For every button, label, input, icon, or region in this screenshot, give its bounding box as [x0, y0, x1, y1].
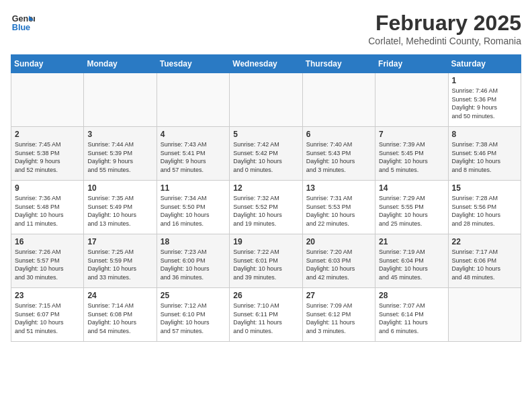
calendar-cell: [230, 73, 302, 127]
day-info: Sunrise: 7:40 AM Sunset: 5:43 PM Dayligh…: [306, 140, 371, 174]
day-info: Sunrise: 7:42 AM Sunset: 5:42 PM Dayligh…: [233, 140, 298, 174]
day-number: 27: [306, 291, 371, 300]
calendar-week-row: 16Sunrise: 7:26 AM Sunset: 5:57 PM Dayli…: [11, 234, 521, 288]
day-info: Sunrise: 7:25 AM Sunset: 5:59 PM Dayligh…: [87, 248, 152, 281]
day-info: Sunrise: 7:29 AM Sunset: 5:55 PM Dayligh…: [379, 194, 444, 228]
calendar-cell: 12Sunrise: 7:32 AM Sunset: 5:52 PM Dayli…: [230, 181, 302, 234]
day-number: 18: [161, 237, 226, 246]
day-number: 15: [452, 183, 517, 193]
day-info: Sunrise: 7:26 AM Sunset: 5:57 PM Dayligh…: [15, 248, 80, 281]
calendar-cell: 28Sunrise: 7:07 AM Sunset: 6:14 PM Dayli…: [375, 288, 448, 342]
day-info: Sunrise: 7:38 AM Sunset: 5:46 PM Dayligh…: [452, 140, 517, 174]
calendar-cell: 16Sunrise: 7:26 AM Sunset: 5:57 PM Dayli…: [11, 234, 84, 288]
day-number: 16: [15, 237, 80, 246]
calendar-cell: 8Sunrise: 7:38 AM Sunset: 5:46 PM Daylig…: [448, 127, 521, 181]
day-number: 7: [379, 130, 444, 139]
day-info: Sunrise: 7:39 AM Sunset: 5:45 PM Dayligh…: [379, 140, 444, 174]
calendar-cell: 18Sunrise: 7:23 AM Sunset: 6:00 PM Dayli…: [157, 234, 229, 288]
title-block: February 2025 Corlatel, Mehedinti County…: [368, 11, 521, 46]
day-info: Sunrise: 7:44 AM Sunset: 5:39 PM Dayligh…: [87, 140, 152, 174]
calendar-cell: 11Sunrise: 7:34 AM Sunset: 5:50 PM Dayli…: [157, 181, 229, 234]
day-info: Sunrise: 7:19 AM Sunset: 6:04 PM Dayligh…: [379, 248, 444, 281]
page-header: General Blue February 2025 Corlatel, Meh…: [11, 11, 521, 46]
day-number: 24: [87, 291, 152, 300]
calendar-cell: 17Sunrise: 7:25 AM Sunset: 5:59 PM Dayli…: [84, 234, 157, 288]
weekday-header: Saturday: [448, 55, 521, 73]
day-info: Sunrise: 7:20 AM Sunset: 6:03 PM Dayligh…: [306, 248, 371, 281]
weekday-header: Friday: [375, 55, 448, 73]
calendar-cell: 14Sunrise: 7:29 AM Sunset: 5:55 PM Dayli…: [375, 181, 448, 234]
day-info: Sunrise: 7:07 AM Sunset: 6:14 PM Dayligh…: [379, 302, 444, 335]
calendar-cell: 5Sunrise: 7:42 AM Sunset: 5:42 PM Daylig…: [230, 127, 302, 181]
svg-text:Blue: Blue: [12, 23, 30, 32]
day-number: 25: [161, 291, 226, 300]
calendar-cell: 10Sunrise: 7:35 AM Sunset: 5:49 PM Dayli…: [84, 181, 157, 234]
weekday-header: Wednesday: [230, 55, 302, 73]
calendar-table: SundayMondayTuesdayWednesdayThursdayFrid…: [11, 54, 521, 342]
day-info: Sunrise: 7:23 AM Sunset: 6:00 PM Dayligh…: [161, 248, 226, 281]
calendar-cell: 19Sunrise: 7:22 AM Sunset: 6:01 PM Dayli…: [230, 234, 302, 288]
calendar-cell: 7Sunrise: 7:39 AM Sunset: 5:45 PM Daylig…: [375, 127, 448, 181]
logo: General Blue: [11, 11, 35, 35]
calendar-cell: 20Sunrise: 7:20 AM Sunset: 6:03 PM Dayli…: [302, 234, 375, 288]
calendar-cell: 26Sunrise: 7:10 AM Sunset: 6:11 PM Dayli…: [230, 288, 302, 342]
day-number: 11: [161, 183, 226, 193]
day-number: 5: [233, 130, 298, 139]
day-info: Sunrise: 7:32 AM Sunset: 5:52 PM Dayligh…: [233, 194, 298, 228]
calendar-week-row: 2Sunrise: 7:45 AM Sunset: 5:38 PM Daylig…: [11, 127, 521, 181]
calendar-cell: 15Sunrise: 7:28 AM Sunset: 5:56 PM Dayli…: [448, 181, 521, 234]
day-info: Sunrise: 7:36 AM Sunset: 5:48 PM Dayligh…: [15, 194, 80, 228]
day-number: 17: [87, 237, 152, 246]
calendar-cell: 23Sunrise: 7:15 AM Sunset: 6:07 PM Dayli…: [11, 288, 84, 342]
calendar-cell: [448, 288, 521, 342]
day-number: 8: [452, 130, 517, 139]
day-info: Sunrise: 7:45 AM Sunset: 5:38 PM Dayligh…: [15, 140, 80, 174]
day-number: 22: [452, 237, 517, 246]
day-info: Sunrise: 7:17 AM Sunset: 6:06 PM Dayligh…: [452, 248, 517, 281]
location-subtitle: Corlatel, Mehedinti County, Romania: [368, 36, 521, 46]
calendar-cell: 25Sunrise: 7:12 AM Sunset: 6:10 PM Dayli…: [157, 288, 229, 342]
calendar-cell: 21Sunrise: 7:19 AM Sunset: 6:04 PM Dayli…: [375, 234, 448, 288]
day-info: Sunrise: 7:12 AM Sunset: 6:10 PM Dayligh…: [161, 302, 226, 335]
weekday-header: Thursday: [302, 55, 375, 73]
calendar-cell: 3Sunrise: 7:44 AM Sunset: 5:39 PM Daylig…: [84, 127, 157, 181]
day-number: 2: [15, 130, 80, 139]
day-info: Sunrise: 7:09 AM Sunset: 6:12 PM Dayligh…: [306, 302, 371, 335]
day-number: 21: [379, 237, 444, 246]
day-info: Sunrise: 7:14 AM Sunset: 6:08 PM Dayligh…: [87, 302, 152, 335]
calendar-cell: [157, 73, 229, 127]
day-number: 1: [452, 76, 517, 85]
calendar-cell: [84, 73, 157, 127]
calendar-week-row: 1Sunrise: 7:46 AM Sunset: 5:36 PM Daylig…: [11, 73, 521, 127]
calendar-cell: 1Sunrise: 7:46 AM Sunset: 5:36 PM Daylig…: [448, 73, 521, 127]
weekday-header-row: SundayMondayTuesdayWednesdayThursdayFrid…: [11, 55, 521, 73]
calendar-cell: 9Sunrise: 7:36 AM Sunset: 5:48 PM Daylig…: [11, 181, 84, 234]
day-number: 20: [306, 237, 371, 246]
calendar-cell: 27Sunrise: 7:09 AM Sunset: 6:12 PM Dayli…: [302, 288, 375, 342]
calendar-cell: 2Sunrise: 7:45 AM Sunset: 5:38 PM Daylig…: [11, 127, 84, 181]
day-info: Sunrise: 7:10 AM Sunset: 6:11 PM Dayligh…: [233, 302, 298, 335]
day-info: Sunrise: 7:35 AM Sunset: 5:49 PM Dayligh…: [87, 194, 152, 228]
month-title: February 2025: [368, 11, 521, 36]
day-number: 19: [233, 237, 298, 246]
calendar-cell: [11, 73, 84, 127]
day-number: 23: [15, 291, 80, 300]
day-number: 9: [15, 183, 80, 193]
day-number: 28: [379, 291, 444, 300]
day-info: Sunrise: 7:34 AM Sunset: 5:50 PM Dayligh…: [161, 194, 226, 228]
day-info: Sunrise: 7:43 AM Sunset: 5:41 PM Dayligh…: [161, 140, 226, 174]
weekday-header: Sunday: [11, 55, 84, 73]
day-number: 4: [161, 130, 226, 139]
calendar-cell: 6Sunrise: 7:40 AM Sunset: 5:43 PM Daylig…: [302, 127, 375, 181]
day-number: 3: [87, 130, 152, 139]
calendar-cell: 13Sunrise: 7:31 AM Sunset: 5:53 PM Dayli…: [302, 181, 375, 234]
day-info: Sunrise: 7:46 AM Sunset: 5:36 PM Dayligh…: [452, 87, 517, 120]
day-number: 26: [233, 291, 298, 300]
day-info: Sunrise: 7:15 AM Sunset: 6:07 PM Dayligh…: [15, 302, 80, 335]
logo-icon: General Blue: [11, 11, 35, 35]
day-info: Sunrise: 7:22 AM Sunset: 6:01 PM Dayligh…: [233, 248, 298, 281]
day-number: 10: [87, 183, 152, 193]
day-info: Sunrise: 7:31 AM Sunset: 5:53 PM Dayligh…: [306, 194, 371, 228]
day-info: Sunrise: 7:28 AM Sunset: 5:56 PM Dayligh…: [452, 194, 517, 228]
calendar-cell: [302, 73, 375, 127]
